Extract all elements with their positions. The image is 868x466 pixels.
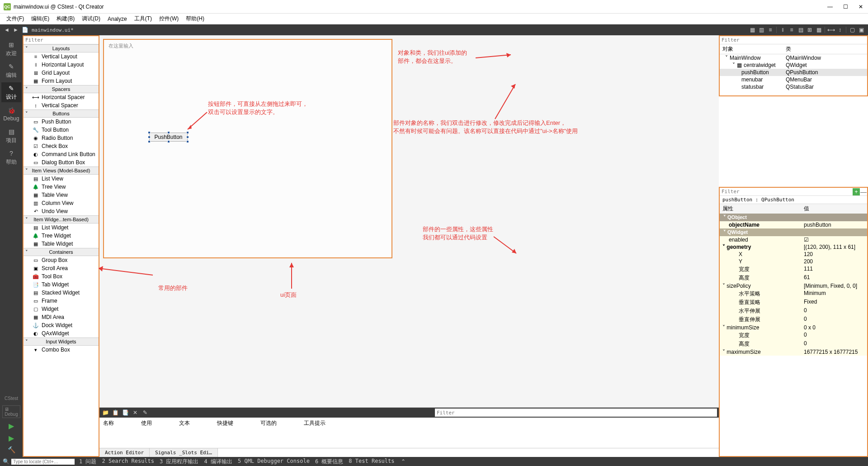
widget-item[interactable]: ⦀Horizontal Layout <box>24 61 99 69</box>
property-section[interactable]: ˅ QObject <box>720 214 867 221</box>
widget-section-header[interactable]: Buttons <box>24 109 99 118</box>
menu-item[interactable]: 构建(B) <box>53 14 78 24</box>
tool-icon[interactable]: ▦ <box>748 26 756 34</box>
tool-icon[interactable]: ▥ <box>757 26 765 34</box>
widget-section-header[interactable]: Item Widge...tem-Based) <box>24 215 99 223</box>
widget-item[interactable]: ▤List View <box>24 175 99 183</box>
status-tab[interactable]: 4 编译输出 <box>202 458 235 466</box>
back-button[interactable]: ◄ <box>3 26 11 34</box>
menu-item[interactable]: 控件(W) <box>156 14 182 24</box>
widget-item[interactable]: ▦MDI Area <box>24 313 99 321</box>
maximize-button[interactable]: ☐ <box>842 3 849 10</box>
property-row[interactable]: 高度0 <box>720 340 867 348</box>
build-button[interactable]: 🔨 <box>8 446 15 453</box>
property-value[interactable]: 0 <box>804 316 807 323</box>
property-filter-input[interactable] <box>720 189 853 195</box>
remove-property-button[interactable]: — <box>860 188 867 195</box>
run-button[interactable]: ▶ <box>9 422 14 430</box>
action-filter-input[interactable] <box>435 409 717 417</box>
widget-item[interactable]: ⊞Grid Layout <box>24 69 99 77</box>
project-tag[interactable]: CStest <box>3 395 20 402</box>
property-row[interactable]: geometry[(120, 200), 111 x 61] <box>720 243 867 251</box>
object-row[interactable]: ˅▦centralwidgetQWidget <box>720 62 867 69</box>
property-value[interactable]: 0 <box>804 340 807 348</box>
property-row[interactable]: enabled☑ <box>720 236 867 243</box>
property-row[interactable]: 宽度0 <box>720 331 867 340</box>
property-row[interactable]: maximumSize16777215 x 16777215 <box>720 348 867 356</box>
property-value[interactable]: 0 x 0 <box>804 324 816 331</box>
tool-icon[interactable]: ▤ <box>797 26 805 34</box>
property-row[interactable]: objectNamepushButton <box>720 221 867 228</box>
widget-item[interactable]: ☑Check Box <box>24 142 99 150</box>
mode-button[interactable]: ▤项目 <box>1 126 21 146</box>
property-value[interactable]: 120 <box>804 251 813 257</box>
widget-item[interactable]: ◉Radio Button <box>24 134 99 142</box>
tool-icon[interactable]: ▦ <box>815 26 823 34</box>
property-row[interactable]: 垂直伸展0 <box>720 315 867 324</box>
tool-icon[interactable]: 📁 <box>101 409 109 417</box>
menu-item[interactable]: 帮助(H) <box>182 14 208 24</box>
widget-item[interactable]: ▭Group Box <box>24 256 99 264</box>
forward-button[interactable]: ► <box>12 26 20 34</box>
widget-item[interactable]: ▤List Widget <box>24 223 99 232</box>
object-row[interactable]: ˅MainWindowQMainWindow <box>720 54 867 62</box>
widget-item[interactable]: ▭Push Button <box>24 118 99 126</box>
mode-button[interactable]: ⊞欢迎 <box>1 39 21 59</box>
property-row[interactable]: 宽度111 <box>720 265 867 274</box>
menu-item[interactable]: 编辑(E) <box>28 14 53 24</box>
mode-button[interactable]: ✎设计 <box>1 82 21 102</box>
tool-icon[interactable]: ✎ <box>141 409 149 417</box>
object-row[interactable]: menubarQMenuBar <box>720 76 867 83</box>
locator-input[interactable] <box>11 459 75 465</box>
status-tab[interactable]: 5 QML Debugger Console <box>235 458 312 466</box>
widget-item[interactable]: ▦Table View <box>24 191 99 199</box>
widget-section-header[interactable]: Spacers <box>24 85 99 93</box>
widget-item[interactable]: ▭Dialog Button Box <box>24 158 99 166</box>
property-row[interactable]: 水平伸展0 <box>720 307 867 315</box>
object-row[interactable]: pushButtonQPushButton <box>720 69 867 76</box>
property-value[interactable]: 200 <box>804 258 813 265</box>
widget-item[interactable]: 📑Tab Widget <box>24 281 99 289</box>
chevron-icon[interactable]: ⌃ <box>401 458 406 465</box>
widget-item[interactable]: 🧰Tool Box <box>24 272 99 281</box>
widget-item[interactable]: ◐QAxWidget <box>24 329 99 338</box>
widget-item[interactable]: ▭Frame <box>24 297 99 305</box>
property-row[interactable]: Y200 <box>720 258 867 265</box>
property-section[interactable]: ˅ QWidget <box>720 228 867 236</box>
widget-item[interactable]: ⟷Horizontal Spacer <box>24 93 99 101</box>
close-button[interactable]: ✕ <box>857 3 864 10</box>
object-filter-input[interactable] <box>720 36 867 44</box>
property-value[interactable]: pushButton <box>804 222 831 228</box>
widget-section-header[interactable]: Containers <box>24 248 99 256</box>
object-row[interactable]: statusbarQStatusBar <box>720 83 867 90</box>
tool-icon[interactable]: ✕ <box>131 409 139 417</box>
property-value[interactable]: 0 <box>804 332 807 339</box>
property-row[interactable]: 高度61 <box>720 274 867 282</box>
widget-item[interactable]: ⚓Dock Widget <box>24 321 99 329</box>
design-canvas[interactable]: 在这里输入 PushButton <box>103 39 392 258</box>
property-value[interactable]: [(120, 200), 111 x 61] <box>804 244 855 250</box>
widget-item[interactable]: ↕Vertical Spacer <box>24 101 99 109</box>
panel-tab[interactable]: Signals _Slots Edi… <box>150 448 218 457</box>
tool-icon[interactable]: ↕ <box>836 26 844 34</box>
widget-item[interactable]: ▤Stacked Widget <box>24 289 99 297</box>
property-value[interactable]: 61 <box>804 274 810 282</box>
widget-filter-input[interactable] <box>24 36 99 44</box>
property-value[interactable]: 16777215 x 16777215 <box>804 349 858 355</box>
property-value[interactable]: ☑ <box>804 237 809 243</box>
mode-button[interactable]: 🐞Debug <box>1 104 21 124</box>
property-value[interactable]: 111 <box>804 266 813 273</box>
panel-tab[interactable]: Action Editor <box>99 448 150 457</box>
tool-icon[interactable]: 📑 <box>121 409 129 417</box>
debug-tag[interactable]: 🖥Debug <box>2 405 20 418</box>
tool-icon[interactable]: ▢ <box>848 26 856 34</box>
property-row[interactable]: minimumSize0 x 0 <box>720 324 867 331</box>
widget-section-header[interactable]: Input Widgets <box>24 338 99 346</box>
widget-item[interactable]: ▾Combo Box <box>24 346 99 354</box>
widget-section-header[interactable]: Layouts <box>24 44 99 52</box>
status-tab[interactable]: 8 Test Results <box>346 458 397 466</box>
add-property-button[interactable]: + <box>853 188 860 195</box>
property-value[interactable]: 0 <box>804 307 807 315</box>
menu-item[interactable]: Analyze <box>104 15 131 23</box>
property-row[interactable]: X120 <box>720 251 867 258</box>
